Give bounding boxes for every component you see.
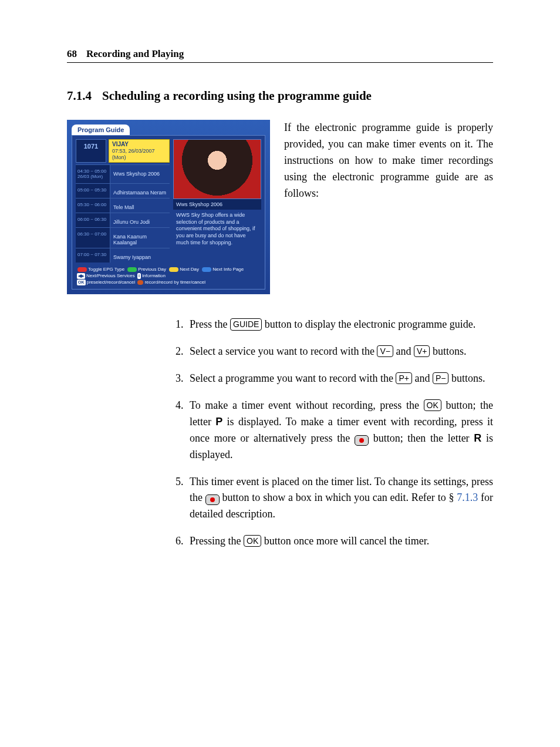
epg-row-time: 06:00 ~ 06:30	[76, 213, 110, 227]
instruction-list: Press the GUIDE button to display the el…	[176, 317, 493, 550]
epg-preview-title: Wws Skyshop 2006	[173, 199, 261, 210]
page: 68 Recording and Playing 7.1.4 Schedulin…	[0, 0, 560, 747]
page-number: 68	[67, 48, 77, 60]
step-5: This timer event is placed on the timer …	[176, 474, 493, 523]
epg-tab-title: Program Guide	[72, 124, 130, 135]
step-3: Select a programme you want to record wi…	[176, 371, 493, 387]
epg-channel-info: VIJAY 07:53, 26/03/2007 (Mon)	[109, 139, 170, 163]
red-pill-icon	[77, 267, 87, 272]
green-pill-icon	[127, 267, 137, 272]
epg-row-programme: Adhirstamaana Neram	[110, 184, 170, 198]
epg-preview-pane: Wws Skyshop 2006 WWS Sky Shop offers a w…	[173, 139, 261, 263]
epg-preview-description: WWS Sky Shop offers a wide selection of …	[173, 210, 261, 263]
record-button-icon	[205, 494, 220, 505]
epg-row: 06:30 ~ 07:00 Kana Kaanum Kaalangal	[76, 227, 170, 248]
guide-button-icon: GUIDE	[230, 318, 262, 330]
epg-row: 04:30 ~ 05:0026/03 (Mon) Wws Skyshop 200…	[76, 164, 170, 183]
running-header: 68 Recording and Playing	[67, 48, 493, 63]
step-1: Press the GUIDE button to display the el…	[176, 317, 493, 333]
p-plus-button-icon: P+	[396, 372, 412, 384]
chapter-title: Recording and Playing	[86, 48, 184, 60]
epg-channel-name: VIJAY	[112, 141, 166, 148]
step-6: Pressing the OK button once more will ca…	[176, 533, 493, 550]
epg-inner: 1071 VIJAY 07:53, 26/03/2007 (Mon) 04:30…	[72, 135, 265, 290]
v-plus-button-icon: V+	[414, 345, 430, 357]
epg-row-programme: Swamy Iyappan	[110, 248, 170, 263]
ok-button-icon: OK	[424, 399, 441, 411]
blue-pill-icon	[202, 267, 211, 272]
intro-row: Program Guide 1071 VIJAY 07:53, 26/03/20…	[67, 120, 493, 294]
letter-p: P	[215, 416, 222, 428]
epg-row-programme: Wws Skyshop 2006	[110, 165, 170, 183]
record-dot-icon	[137, 280, 143, 285]
epg-screenshot: Program Guide 1071 VIJAY 07:53, 26/03/20…	[67, 120, 270, 294]
epg-row: 06:00 ~ 06:30 Jillunu Oru Jodi	[76, 213, 170, 227]
epg-row-time: 07:00 ~ 07:30	[76, 248, 110, 263]
epg-row-time: 06:30 ~ 07:00	[76, 228, 110, 248]
epg-legend: Toggle EPG Type Previous Day Next Day Ne…	[76, 266, 261, 286]
ok-button-icon: OK	[244, 535, 261, 547]
yellow-pill-icon	[169, 267, 178, 272]
step-2: Select a service you want to record with…	[176, 344, 493, 360]
epg-channel-number: 1071	[76, 139, 106, 163]
epg-row-programme: Kana Kaanum Kaalangal	[110, 228, 170, 248]
epg-preview-image	[173, 139, 261, 199]
info-key-icon: i	[137, 273, 141, 279]
epg-datetime: 07:53, 26/03/2007 (Mon)	[112, 148, 166, 161]
epg-row: 05:00 ~ 05:30 Adhirstamaana Neram	[76, 183, 170, 198]
letter-r: R	[474, 432, 481, 444]
epg-row: 07:00 ~ 07:30 Swamy Iyappan	[76, 248, 170, 263]
epg-row-time: 05:30 ~ 06:00	[76, 198, 110, 213]
epg-row-programme: Tele Mall	[110, 198, 170, 213]
section-heading: 7.1.4 Scheduling a recording using the p…	[67, 89, 493, 103]
v-minus-button-icon: V−	[377, 345, 393, 357]
epg-row-programme: Jillunu Oru Jodi	[110, 213, 170, 227]
record-button-icon	[355, 435, 369, 446]
lr-arrows-key-icon: ◀▶	[77, 273, 85, 279]
epg-row-time: 05:00 ~ 05:30	[76, 184, 110, 198]
epg-schedule: 1071 VIJAY 07:53, 26/03/2007 (Mon) 04:30…	[76, 139, 170, 263]
intro-paragraph: If the electronic programme guide is pro…	[284, 120, 493, 294]
section-number: 7.1.4	[67, 89, 92, 103]
p-minus-button-icon: P−	[433, 372, 449, 384]
epg-row: 05:30 ~ 06:00 Tele Mall	[76, 198, 170, 213]
section-title: Scheduling a recording using the program…	[102, 89, 372, 103]
cross-reference-link[interactable]: 7.1.3	[457, 492, 478, 503]
step-4: To make a timer event without recording,…	[176, 398, 493, 463]
ok-key-icon: OK	[77, 280, 86, 285]
epg-row-time: 04:30 ~ 05:0026/03 (Mon)	[76, 165, 110, 183]
